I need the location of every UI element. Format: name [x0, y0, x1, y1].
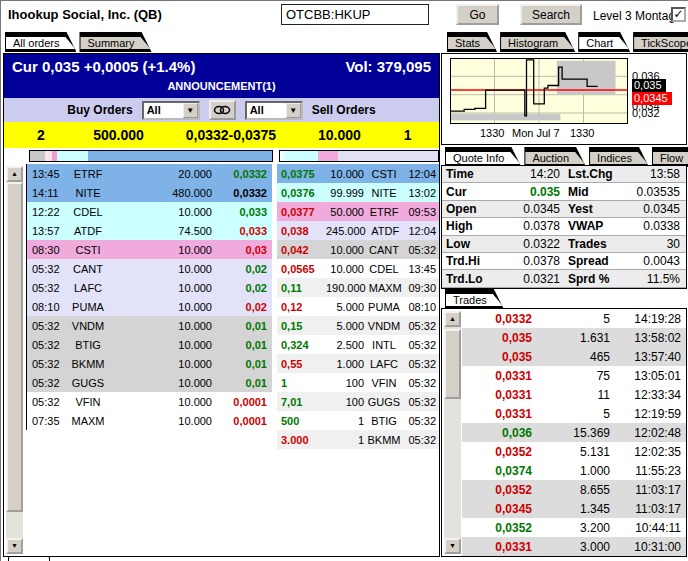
trade-size: 3.000 — [532, 540, 610, 554]
order-mmid: PUMA — [65, 301, 111, 313]
chevron-down-icon[interactable]: ▼ — [286, 103, 301, 118]
scrollbar-thumb[interactable] — [6, 182, 23, 512]
trade-price: 0,035 — [462, 331, 532, 345]
buy-order-row: 05:32 VFIN 10.000 0,0001 — [27, 392, 272, 411]
order-price: 0,0332 — [212, 168, 272, 180]
trade-time: 12:02:35 — [610, 445, 686, 459]
orderbook-tab[interactable]: All orders — [5, 32, 76, 52]
search-button[interactable]: Search — [520, 4, 582, 25]
order-mmid: VFIN — [364, 377, 404, 389]
trade-row: 0,0352 5.131 12:02:35 — [462, 442, 686, 461]
trade-row: 0,0331 3.000 10:31:00 — [462, 537, 686, 556]
quote-info-row: Time 14:20 Lst.Chg 13:58 — [442, 166, 686, 183]
order-time: 05:32 — [27, 320, 65, 332]
order-price: 0,02 — [212, 263, 272, 275]
order-time: 05:32 — [27, 377, 65, 389]
book-scrollbar[interactable]: ▲ ▼ — [6, 166, 23, 554]
order-time: 05:32 — [404, 320, 439, 332]
x-tick: 1330 — [480, 127, 504, 139]
quote-info-row: Low 0.0322 Trades 30 — [442, 236, 686, 253]
order-time: 12:04 — [405, 225, 439, 237]
order-size: 480.000 — [111, 187, 212, 199]
quote-value: 14:20 — [490, 167, 560, 181]
quote-label: Trd.Lo — [442, 272, 490, 286]
order-size: 99.999 — [327, 187, 364, 199]
sell-order-row: 0,55 1.000 LAFC 05:32 — [277, 354, 439, 373]
order-time: 13:02 — [404, 187, 439, 199]
order-mmid: LAFC — [364, 358, 404, 370]
buy-filter-select[interactable]: All ▼ — [142, 101, 200, 120]
trade-row: 0,0345 1.345 11:03:17 — [462, 499, 686, 518]
trade-time: 12:02:48 — [610, 426, 686, 440]
scroll-down-icon[interactable]: ▼ — [444, 538, 461, 554]
symbol-input[interactable] — [281, 4, 429, 25]
quote-tab[interactable]: Flow — [652, 147, 688, 167]
quote-info-row: Cur 0.035 Mid 0.03535 — [442, 183, 686, 200]
order-price: 0,11 — [277, 282, 326, 294]
order-size: 5.000 — [327, 301, 364, 313]
analysis-tab[interactable]: Histogram — [500, 32, 575, 52]
order-time: 08:10 — [27, 301, 65, 313]
order-size: 100 — [327, 377, 364, 389]
trade-price: 0,0331 — [462, 407, 532, 421]
trade-price: 0,0345 — [462, 502, 532, 516]
chevron-down-icon[interactable]: ▼ — [183, 103, 198, 118]
quote-tab[interactable]: Indices — [589, 147, 649, 167]
scroll-down-icon[interactable]: ▼ — [6, 538, 23, 554]
order-price: 0,0377 — [277, 206, 327, 218]
level3-checkbox[interactable]: ✓ — [671, 7, 686, 22]
go-button[interactable]: Go — [456, 4, 499, 25]
announcement-link[interactable]: ANNOUNCEMENT(1) — [4, 80, 439, 92]
analysis-tab[interactable]: TickScope — [633, 32, 688, 52]
order-time: 05:32 — [404, 396, 439, 408]
trade-size: 15.369 — [532, 426, 610, 440]
order-price: 0,15 — [277, 320, 327, 332]
trade-time: 13:58:02 — [610, 331, 686, 345]
order-size: 1.000 — [327, 358, 364, 370]
trade-row: 0,0332 5 14:19:28 — [462, 309, 686, 328]
analysis-tab[interactable]: Stats — [447, 32, 497, 52]
quote-tab[interactable]: Quote Info — [445, 147, 521, 167]
order-mmid: NITE — [364, 187, 404, 199]
quote-tab[interactable]: Auction — [524, 147, 586, 167]
orderbook-tab[interactable]: Summary — [79, 32, 151, 52]
sell-filter-select[interactable]: All ▼ — [245, 101, 303, 120]
price-chart — [450, 58, 628, 124]
sell-orders-table: 0,0375 10.000 CSTI 12:04 0,0376 99.999 N… — [277, 164, 439, 449]
link-filters-button[interactable] — [209, 100, 236, 120]
order-mmid: MAXM — [366, 282, 405, 294]
tab-label: TickScope — [634, 37, 688, 49]
order-mmid: CSTI — [65, 244, 111, 256]
tab-label: All orders — [6, 37, 75, 49]
trade-size: 75 — [532, 369, 610, 383]
order-mmid: PUMA — [364, 301, 404, 313]
buy-order-row: 05:32 VNDM 10.000 0,01 — [27, 316, 272, 335]
analysis-tab[interactable]: Chart — [578, 32, 630, 52]
orderbook-tabs: All orders Summary — [5, 32, 152, 53]
scrollbar-thumb[interactable] — [444, 329, 461, 399]
trades-scrollbar[interactable]: ▲ ▼ — [444, 311, 461, 554]
trade-size: 5.131 — [532, 445, 610, 459]
chart-panel: 0,036 0,035 0,0345 0,034 0,032 1330 Mon … — [441, 53, 687, 145]
scroll-up-icon[interactable]: ▲ — [6, 166, 23, 182]
tab-label: Indices — [590, 152, 648, 164]
quote-label: Trades — [568, 237, 626, 251]
quote-value: 13:58 — [626, 167, 686, 181]
trades-tab[interactable]: Trades — [445, 289, 504, 309]
scroll-up-icon[interactable]: ▲ — [444, 311, 461, 327]
quote-value: 0.0043 — [626, 254, 686, 268]
order-mmid: BTIG — [65, 339, 111, 351]
order-mmid: ATDF — [65, 225, 111, 237]
order-mmid: INTL — [364, 339, 404, 351]
buy-order-row: 05:32 BTIG 10.000 0,01 — [27, 335, 272, 354]
quote-label: Time — [442, 167, 490, 181]
order-size: 190.000 — [326, 282, 366, 294]
order-mmid: BTIG — [364, 415, 404, 427]
quote-value: 0.0322 — [490, 237, 560, 251]
sell-order-row: 0,042 10.000 CANT 05:32 — [277, 240, 439, 259]
order-size: 10.000 — [327, 168, 364, 180]
trade-price: 0,0332 — [462, 312, 532, 326]
quote-value: 30 — [626, 237, 686, 251]
level3-montage-label: Level 3 Montage — [593, 9, 682, 23]
order-time: 07:35 — [27, 415, 65, 427]
